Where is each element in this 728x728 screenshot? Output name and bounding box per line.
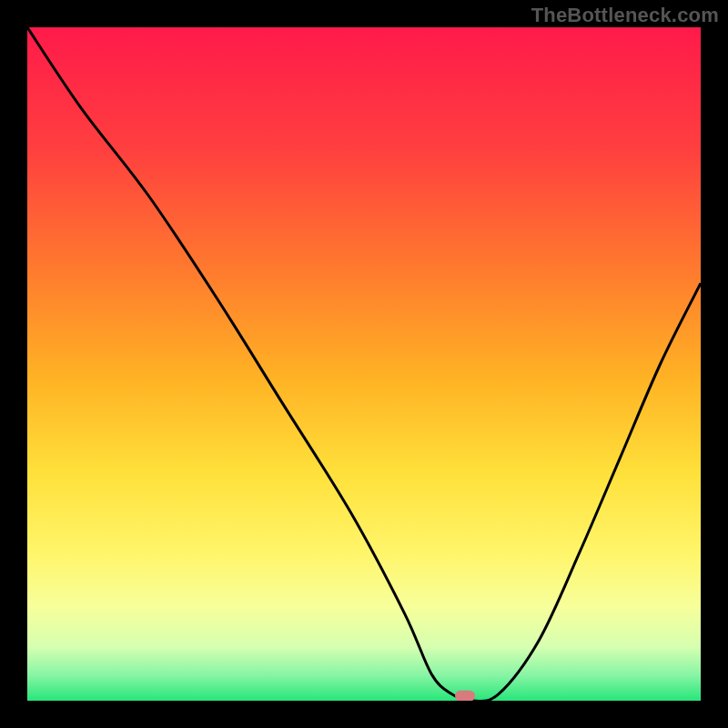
marker-sweet-spot <box>455 691 475 701</box>
markers-layer <box>455 691 475 701</box>
chart-svg <box>27 27 701 701</box>
chart-frame: TheBottleneck.com <box>0 0 728 728</box>
gradient-background <box>27 27 701 701</box>
watermark-text: TheBottleneck.com <box>531 4 719 27</box>
plot-area <box>27 27 701 701</box>
